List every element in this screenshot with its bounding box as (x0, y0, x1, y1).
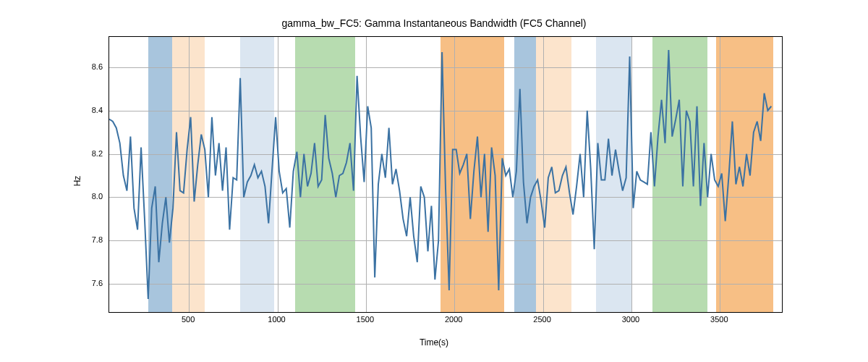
x-tick-label: 1000 (268, 315, 285, 324)
x-tick-label: 1500 (357, 315, 374, 324)
y-tick-label: 8.4 (81, 106, 103, 114)
y-tick-label: 8.2 (81, 149, 103, 158)
x-tick-label: 3500 (710, 315, 728, 324)
x-tick-label: 2000 (445, 315, 462, 324)
x-tick-label: 2500 (533, 315, 550, 324)
y-tick-label: 8.0 (81, 192, 103, 201)
x-tick-label: 500 (182, 315, 195, 324)
chart-container: gamma_bw_FC5: Gamma Instantaneous Bandwi… (0, 0, 868, 362)
chart-title: gamma_bw_FC5: Gamma Instantaneous Bandwi… (282, 17, 587, 29)
x-tick-label: 3000 (622, 315, 639, 324)
y-tick-label: 8.6 (81, 62, 103, 71)
plot-area (109, 36, 783, 313)
y-tick-label: 7.8 (81, 235, 103, 244)
x-axis-label: Time(s) (420, 337, 448, 348)
y-tick-label: 7.6 (81, 279, 103, 287)
line-series (109, 37, 782, 312)
y-axis-label: Hz (72, 176, 82, 187)
